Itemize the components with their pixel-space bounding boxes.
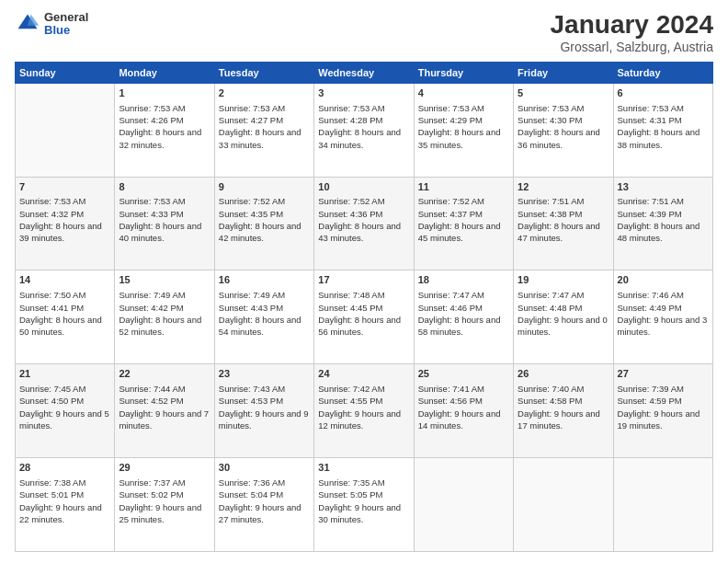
table-cell: 24Sunrise: 7:42 AMSunset: 4:55 PMDayligh… — [314, 364, 414, 458]
logo-blue: Blue — [44, 24, 88, 37]
day-number: 30 — [219, 461, 310, 475]
sunrise: Sunrise: 7:50 AM — [19, 290, 85, 300]
day-info: Sunrise: 7:52 AMSunset: 4:36 PMDaylight:… — [318, 195, 409, 244]
table-cell — [414, 458, 513, 552]
daylight: Daylight: 9 hours and 22 minutes. — [19, 502, 102, 524]
sunset: Sunset: 5:02 PM — [119, 489, 183, 500]
day-info: Sunrise: 7:35 AMSunset: 5:05 PMDaylight:… — [318, 477, 409, 525]
day-number: 21 — [19, 367, 110, 381]
daylight: Daylight: 8 hours and 45 minutes. — [418, 221, 501, 243]
daylight: Daylight: 8 hours and 40 minutes. — [119, 221, 201, 243]
col-friday: Friday — [514, 62, 613, 83]
sunrise: Sunrise: 7:53 AM — [318, 103, 384, 113]
day-number: 20 — [618, 273, 709, 287]
title-block: January 2024 Grossarl, Salzburg, Austria — [551, 11, 713, 54]
sunset: Sunset: 4:50 PM — [19, 396, 84, 406]
col-sunday: Sunday — [16, 62, 115, 83]
day-number: 22 — [119, 367, 210, 381]
daylight: Daylight: 9 hours and 12 minutes. — [318, 408, 401, 431]
sunrise: Sunrise: 7:51 AM — [518, 196, 584, 206]
sunrise: Sunrise: 7:52 AM — [318, 196, 384, 206]
sunrise: Sunrise: 7:49 AM — [219, 290, 285, 300]
day-info: Sunrise: 7:38 AMSunset: 5:01 PMDaylight:… — [19, 477, 110, 525]
day-number: 19 — [518, 273, 609, 287]
table-cell: 18Sunrise: 7:47 AMSunset: 4:46 PMDayligh… — [414, 270, 513, 364]
day-info: Sunrise: 7:49 AMSunset: 4:43 PMDaylight:… — [219, 289, 310, 338]
day-info: Sunrise: 7:47 AMSunset: 4:46 PMDaylight:… — [418, 289, 509, 338]
sunset: Sunset: 4:56 PM — [418, 396, 483, 406]
week-row-5: 28Sunrise: 7:38 AMSunset: 5:01 PMDayligh… — [16, 458, 713, 552]
sunrise: Sunrise: 7:47 AM — [418, 290, 484, 300]
day-info: Sunrise: 7:52 AMSunset: 4:35 PMDaylight:… — [219, 195, 310, 244]
day-info: Sunrise: 7:53 AMSunset: 4:27 PMDaylight:… — [219, 102, 310, 151]
table-cell: 12Sunrise: 7:51 AMSunset: 4:38 PMDayligh… — [514, 177, 613, 270]
sunset: Sunset: 4:41 PM — [19, 303, 84, 313]
day-info: Sunrise: 7:41 AMSunset: 4:56 PMDaylight:… — [418, 383, 509, 431]
table-cell: 23Sunrise: 7:43 AMSunset: 4:53 PMDayligh… — [214, 364, 313, 458]
daylight: Daylight: 8 hours and 35 minutes. — [418, 127, 501, 149]
table-cell: 6Sunrise: 7:53 AMSunset: 4:31 PMDaylight… — [613, 83, 712, 177]
daylight: Daylight: 9 hours and 27 minutes. — [219, 502, 301, 524]
day-number: 2 — [219, 86, 310, 100]
sunset: Sunset: 4:58 PM — [518, 396, 582, 406]
col-saturday: Saturday — [613, 62, 712, 83]
table-cell: 5Sunrise: 7:53 AMSunset: 4:30 PMDaylight… — [514, 83, 613, 177]
day-number: 7 — [19, 180, 110, 194]
daylight: Daylight: 8 hours and 54 minutes. — [219, 315, 301, 337]
sunset: Sunset: 4:59 PM — [618, 396, 682, 406]
sunset: Sunset: 4:27 PM — [219, 115, 283, 125]
day-number: 4 — [418, 86, 509, 100]
day-info: Sunrise: 7:53 AMSunset: 4:26 PMDaylight:… — [119, 102, 210, 151]
sunset: Sunset: 4:49 PM — [618, 303, 682, 313]
daylight: Daylight: 8 hours and 52 minutes. — [119, 315, 201, 337]
day-info: Sunrise: 7:51 AMSunset: 4:39 PMDaylight:… — [618, 195, 709, 244]
day-info: Sunrise: 7:45 AMSunset: 4:50 PMDaylight:… — [19, 383, 110, 431]
sunrise: Sunrise: 7:52 AM — [418, 196, 484, 206]
sunset: Sunset: 4:42 PM — [119, 303, 183, 313]
sunset: Sunset: 4:53 PM — [219, 396, 283, 406]
day-info: Sunrise: 7:42 AMSunset: 4:55 PMDaylight:… — [318, 383, 409, 431]
sunset: Sunset: 4:46 PM — [418, 303, 483, 313]
table-cell: 25Sunrise: 7:41 AMSunset: 4:56 PMDayligh… — [414, 364, 513, 458]
day-number: 5 — [518, 86, 609, 100]
daylight: Daylight: 9 hours and 0 minutes. — [518, 315, 608, 337]
daylight: Daylight: 9 hours and 5 minutes. — [19, 408, 109, 431]
table-cell: 29Sunrise: 7:37 AMSunset: 5:02 PMDayligh… — [115, 458, 214, 552]
table-cell: 27Sunrise: 7:39 AMSunset: 4:59 PMDayligh… — [613, 364, 712, 458]
day-number: 31 — [318, 461, 409, 475]
col-tuesday: Tuesday — [214, 62, 313, 83]
sunrise: Sunrise: 7:53 AM — [119, 103, 185, 113]
logo-text: General Blue — [44, 11, 88, 38]
sunrise: Sunrise: 7:47 AM — [518, 290, 584, 300]
day-number: 16 — [219, 273, 310, 287]
table-cell: 30Sunrise: 7:36 AMSunset: 5:04 PMDayligh… — [214, 458, 313, 552]
sunrise: Sunrise: 7:41 AM — [418, 384, 484, 394]
day-number: 9 — [219, 180, 310, 194]
daylight: Daylight: 9 hours and 7 minutes. — [119, 408, 209, 431]
day-number: 25 — [418, 367, 509, 381]
sunrise: Sunrise: 7:36 AM — [219, 477, 285, 488]
daylight: Daylight: 8 hours and 47 minutes. — [518, 221, 600, 243]
day-info: Sunrise: 7:39 AMSunset: 4:59 PMDaylight:… — [618, 383, 709, 431]
table-cell: 13Sunrise: 7:51 AMSunset: 4:39 PMDayligh… — [613, 177, 712, 270]
day-info: Sunrise: 7:46 AMSunset: 4:49 PMDaylight:… — [618, 289, 709, 338]
table-cell: 28Sunrise: 7:38 AMSunset: 5:01 PMDayligh… — [16, 458, 115, 552]
week-row-1: 1Sunrise: 7:53 AMSunset: 4:26 PMDaylight… — [16, 83, 713, 177]
col-monday: Monday — [115, 62, 214, 83]
table-cell: 8Sunrise: 7:53 AMSunset: 4:33 PMDaylight… — [115, 177, 214, 270]
sunrise: Sunrise: 7:43 AM — [219, 384, 285, 394]
col-wednesday: Wednesday — [314, 62, 414, 83]
sunrise: Sunrise: 7:46 AM — [618, 290, 684, 300]
sunset: Sunset: 4:55 PM — [318, 396, 382, 406]
daylight: Daylight: 8 hours and 43 minutes. — [318, 221, 401, 243]
sunrise: Sunrise: 7:45 AM — [19, 384, 85, 394]
daylight: Daylight: 8 hours and 56 minutes. — [318, 315, 401, 337]
sunset: Sunset: 4:26 PM — [119, 115, 183, 125]
calendar-subtitle: Grossarl, Salzburg, Austria — [551, 40, 713, 54]
day-info: Sunrise: 7:53 AMSunset: 4:31 PMDaylight:… — [618, 102, 709, 151]
table-cell: 22Sunrise: 7:44 AMSunset: 4:52 PMDayligh… — [115, 364, 214, 458]
table-cell: 20Sunrise: 7:46 AMSunset: 4:49 PMDayligh… — [613, 270, 712, 364]
day-info: Sunrise: 7:40 AMSunset: 4:58 PMDaylight:… — [518, 383, 609, 431]
day-number: 3 — [318, 86, 409, 100]
sunrise: Sunrise: 7:53 AM — [19, 196, 85, 206]
